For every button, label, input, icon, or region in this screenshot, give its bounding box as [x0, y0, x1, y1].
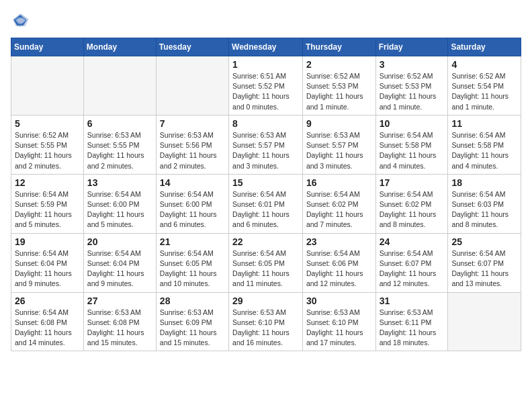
calendar-cell: 9Sunrise: 6:53 AM Sunset: 5:57 PM Daylig…: [302, 115, 375, 174]
day-info: Sunrise: 6:54 AM Sunset: 6:00 PM Dayligh…: [87, 189, 152, 230]
day-info: Sunrise: 6:54 AM Sunset: 6:04 PM Dayligh…: [15, 248, 80, 289]
calendar-cell: 23Sunrise: 6:54 AM Sunset: 6:06 PM Dayli…: [302, 233, 375, 292]
page-header: [11, 11, 521, 30]
day-number: 25: [451, 236, 517, 247]
day-number: 17: [380, 177, 445, 188]
calendar-week-row: 19Sunrise: 6:54 AM Sunset: 6:04 PM Dayli…: [11, 233, 521, 292]
day-number: 16: [306, 177, 372, 188]
calendar-cell: 27Sunrise: 6:53 AM Sunset: 6:08 PM Dayli…: [83, 292, 156, 351]
day-number: 9: [306, 118, 372, 129]
calendar-cell: 13Sunrise: 6:54 AM Sunset: 6:00 PM Dayli…: [83, 174, 156, 233]
calendar-cell: 17Sunrise: 6:54 AM Sunset: 6:02 PM Dayli…: [375, 174, 448, 233]
day-number: 31: [380, 295, 445, 306]
weekday-header: Friday: [375, 38, 448, 56]
day-info: Sunrise: 6:53 AM Sunset: 5:56 PM Dayligh…: [160, 130, 225, 171]
day-number: 22: [232, 236, 299, 247]
calendar-week-row: 12Sunrise: 6:54 AM Sunset: 5:59 PM Dayli…: [11, 174, 521, 233]
weekday-header: Monday: [83, 38, 156, 56]
day-info: Sunrise: 6:52 AM Sunset: 5:54 PM Dayligh…: [451, 71, 517, 112]
calendar-cell: 15Sunrise: 6:54 AM Sunset: 6:01 PM Dayli…: [229, 174, 303, 233]
day-info: Sunrise: 6:54 AM Sunset: 6:06 PM Dayligh…: [306, 248, 372, 289]
day-number: 11: [451, 118, 517, 129]
day-info: Sunrise: 6:54 AM Sunset: 6:07 PM Dayligh…: [380, 248, 445, 289]
day-number: 10: [380, 118, 445, 129]
logo-icon: [11, 11, 30, 30]
day-info: Sunrise: 6:54 AM Sunset: 6:05 PM Dayligh…: [160, 248, 225, 289]
calendar-week-row: 5Sunrise: 6:52 AM Sunset: 5:55 PM Daylig…: [11, 115, 521, 174]
calendar-cell: 1Sunrise: 6:51 AM Sunset: 5:52 PM Daylig…: [229, 56, 303, 116]
calendar-cell: 28Sunrise: 6:53 AM Sunset: 6:09 PM Dayli…: [156, 292, 228, 351]
calendar-cell: 19Sunrise: 6:54 AM Sunset: 6:04 PM Dayli…: [11, 233, 84, 292]
calendar-cell: 21Sunrise: 6:54 AM Sunset: 6:05 PM Dayli…: [156, 233, 228, 292]
day-info: Sunrise: 6:53 AM Sunset: 5:57 PM Dayligh…: [306, 130, 372, 171]
calendar-week-row: 26Sunrise: 6:54 AM Sunset: 6:08 PM Dayli…: [11, 292, 521, 351]
logo: [11, 11, 32, 30]
day-info: Sunrise: 6:54 AM Sunset: 5:59 PM Dayligh…: [15, 189, 80, 230]
calendar-header: SundayMondayTuesdayWednesdayThursdayFrid…: [11, 38, 521, 56]
day-info: Sunrise: 6:53 AM Sunset: 6:10 PM Dayligh…: [232, 308, 299, 349]
day-info: Sunrise: 6:52 AM Sunset: 5:55 PM Dayligh…: [15, 130, 80, 171]
day-info: Sunrise: 6:53 AM Sunset: 6:10 PM Dayligh…: [306, 308, 372, 349]
day-number: 18: [451, 177, 517, 188]
day-info: Sunrise: 6:53 AM Sunset: 6:08 PM Dayligh…: [87, 308, 152, 349]
weekday-header: Sunday: [11, 38, 84, 56]
day-number: 12: [15, 177, 80, 188]
day-info: Sunrise: 6:53 AM Sunset: 6:11 PM Dayligh…: [380, 308, 445, 349]
weekday-row: SundayMondayTuesdayWednesdayThursdayFrid…: [11, 38, 521, 56]
calendar-cell: 3Sunrise: 6:52 AM Sunset: 5:53 PM Daylig…: [375, 56, 448, 116]
calendar-cell: 6Sunrise: 6:53 AM Sunset: 5:55 PM Daylig…: [83, 115, 156, 174]
calendar-cell: 31Sunrise: 6:53 AM Sunset: 6:11 PM Dayli…: [375, 292, 448, 351]
calendar-table: SundayMondayTuesdayWednesdayThursdayFrid…: [11, 38, 521, 351]
calendar-cell: [83, 56, 156, 116]
calendar-cell: 26Sunrise: 6:54 AM Sunset: 6:08 PM Dayli…: [11, 292, 84, 351]
day-number: 2: [306, 59, 372, 70]
day-info: Sunrise: 6:54 AM Sunset: 6:07 PM Dayligh…: [451, 248, 517, 289]
day-info: Sunrise: 6:54 AM Sunset: 5:58 PM Dayligh…: [380, 130, 445, 171]
day-info: Sunrise: 6:53 AM Sunset: 5:57 PM Dayligh…: [232, 130, 299, 171]
day-number: 20: [87, 236, 152, 247]
calendar-cell: 25Sunrise: 6:54 AM Sunset: 6:07 PM Dayli…: [448, 233, 521, 292]
calendar-cell: [11, 56, 84, 116]
day-number: 4: [451, 59, 517, 70]
day-number: 19: [15, 236, 80, 247]
day-info: Sunrise: 6:51 AM Sunset: 5:52 PM Dayligh…: [232, 71, 299, 112]
day-number: 27: [87, 295, 152, 306]
day-info: Sunrise: 6:54 AM Sunset: 6:03 PM Dayligh…: [451, 189, 517, 230]
calendar-cell: [448, 292, 521, 351]
calendar-cell: 11Sunrise: 6:54 AM Sunset: 5:58 PM Dayli…: [448, 115, 521, 174]
calendar-cell: 7Sunrise: 6:53 AM Sunset: 5:56 PM Daylig…: [156, 115, 228, 174]
calendar-cell: 18Sunrise: 6:54 AM Sunset: 6:03 PM Dayli…: [448, 174, 521, 233]
day-number: 3: [380, 59, 445, 70]
day-info: Sunrise: 6:54 AM Sunset: 6:00 PM Dayligh…: [160, 189, 225, 230]
calendar-cell: 10Sunrise: 6:54 AM Sunset: 5:58 PM Dayli…: [375, 115, 448, 174]
day-info: Sunrise: 6:52 AM Sunset: 5:53 PM Dayligh…: [380, 71, 445, 112]
calendar-cell: 8Sunrise: 6:53 AM Sunset: 5:57 PM Daylig…: [229, 115, 303, 174]
calendar-cell: 14Sunrise: 6:54 AM Sunset: 6:00 PM Dayli…: [156, 174, 228, 233]
day-number: 5: [15, 118, 80, 129]
day-info: Sunrise: 6:53 AM Sunset: 5:55 PM Dayligh…: [87, 130, 152, 171]
day-info: Sunrise: 6:53 AM Sunset: 6:09 PM Dayligh…: [160, 308, 225, 349]
day-number: 7: [160, 118, 225, 129]
calendar-cell: 5Sunrise: 6:52 AM Sunset: 5:55 PM Daylig…: [11, 115, 84, 174]
day-number: 21: [160, 236, 225, 247]
day-number: 29: [232, 295, 299, 306]
weekday-header: Wednesday: [229, 38, 303, 56]
calendar-cell: 24Sunrise: 6:54 AM Sunset: 6:07 PM Dayli…: [375, 233, 448, 292]
day-info: Sunrise: 6:54 AM Sunset: 6:05 PM Dayligh…: [232, 248, 299, 289]
day-number: 28: [160, 295, 225, 306]
calendar-cell: 2Sunrise: 6:52 AM Sunset: 5:53 PM Daylig…: [302, 56, 375, 116]
day-info: Sunrise: 6:54 AM Sunset: 6:02 PM Dayligh…: [380, 189, 445, 230]
calendar-week-row: 1Sunrise: 6:51 AM Sunset: 5:52 PM Daylig…: [11, 56, 521, 116]
day-info: Sunrise: 6:54 AM Sunset: 5:58 PM Dayligh…: [451, 130, 517, 171]
day-info: Sunrise: 6:54 AM Sunset: 6:02 PM Dayligh…: [306, 189, 372, 230]
day-number: 14: [160, 177, 225, 188]
day-number: 23: [306, 236, 372, 247]
calendar-cell: [156, 56, 228, 116]
calendar-cell: 12Sunrise: 6:54 AM Sunset: 5:59 PM Dayli…: [11, 174, 84, 233]
day-number: 15: [232, 177, 299, 188]
calendar-cell: 29Sunrise: 6:53 AM Sunset: 6:10 PM Dayli…: [229, 292, 303, 351]
day-number: 8: [232, 118, 299, 129]
day-number: 26: [15, 295, 80, 306]
calendar-cell: 20Sunrise: 6:54 AM Sunset: 6:04 PM Dayli…: [83, 233, 156, 292]
weekday-header: Thursday: [302, 38, 375, 56]
